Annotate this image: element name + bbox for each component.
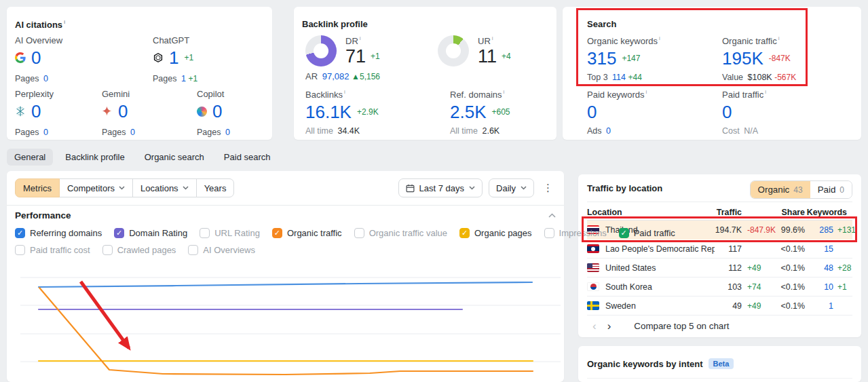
chatgpt-icon bbox=[153, 52, 164, 63]
info-icon bbox=[765, 89, 766, 95]
chatgpt-metric: ChatGPT 1+1 Pages 1 +1 bbox=[153, 35, 197, 83]
location-row-laos[interactable]: Lao People's Democratic Rep 117 <0.1% 15 bbox=[587, 240, 852, 259]
copilot-icon bbox=[197, 107, 207, 117]
sweden-flag-icon bbox=[587, 301, 599, 310]
ref-domains-metric: Ref. domains 2.5K+605 All time 2.6K bbox=[450, 89, 510, 136]
locations-filter-button[interactable]: Locations bbox=[132, 178, 197, 197]
metric-checkbox-domain-rating[interactable]: Domain Rating bbox=[114, 228, 187, 238]
traffic-by-location-title: Traffic by location bbox=[587, 183, 662, 193]
pages-link[interactable]: 0 bbox=[225, 128, 230, 137]
ads-link[interactable]: 0 bbox=[606, 126, 611, 136]
table-header-row: Location Traffic Share Keywords bbox=[587, 204, 852, 221]
keywords-link[interactable]: 48 bbox=[824, 263, 833, 273]
date-range-button[interactable]: Last 7 days bbox=[398, 178, 483, 197]
chevron-down-icon bbox=[183, 186, 189, 190]
paid-keywords-metric: Paid keywords 0 Ads 0 bbox=[587, 89, 647, 136]
red-arrow-annotation bbox=[81, 282, 129, 348]
checkbox-icon bbox=[459, 228, 470, 238]
info-icon bbox=[360, 35, 361, 41]
location-table: Location Traffic Share Keywords Thailand… bbox=[587, 204, 852, 316]
tab-paid-search[interactable]: Paid search bbox=[216, 149, 278, 166]
traffic-by-location-panel: Traffic by location Organic43 Paid0 Loca… bbox=[578, 174, 861, 337]
years-filter-button[interactable]: Years bbox=[196, 178, 235, 197]
metric-checkbox-url-rating[interactable]: URL Rating bbox=[200, 228, 260, 238]
checkbox-icon bbox=[619, 228, 629, 238]
keywords-link[interactable]: 1 bbox=[829, 301, 833, 311]
location-row-sweden[interactable]: Sweden 49 +49 <0.1% 1 bbox=[587, 297, 852, 316]
ar-link[interactable]: 97,082 bbox=[322, 71, 350, 81]
metric-checkbox-ai-overviews[interactable]: AI Overviews bbox=[188, 245, 255, 255]
prev-page-button[interactable]: ‹ bbox=[587, 319, 602, 333]
info-icon bbox=[504, 89, 505, 95]
keywords-link[interactable]: 15 bbox=[824, 244, 833, 254]
metric-checkbox-paid-traffic[interactable]: Paid traffic bbox=[619, 228, 675, 238]
paid-toggle-button[interactable]: Paid0 bbox=[810, 181, 852, 198]
performance-title: Performance bbox=[15, 210, 71, 221]
backlink-profile-panel: Backlink profile DR 71+1 AR 97,082 ▲5,15… bbox=[294, 7, 556, 140]
chevron-down-icon bbox=[469, 186, 475, 190]
organic-keywords-link[interactable]: 315 bbox=[587, 48, 616, 69]
dr-donut bbox=[305, 35, 337, 66]
metric-toggles-row-2: Paid traffic cost Crawled pages AI Overv… bbox=[15, 245, 255, 255]
table-footer: ‹ › Compare top 5 on chart bbox=[587, 316, 852, 336]
keywords-link[interactable]: 285 bbox=[819, 225, 833, 235]
more-options-button[interactable]: ⋮ bbox=[540, 182, 556, 194]
section-tabbar: General Backlink profile Organic search … bbox=[7, 149, 278, 166]
info-icon bbox=[344, 89, 345, 95]
keywords-link[interactable]: 10 bbox=[824, 282, 833, 292]
metric-checkbox-paid-traffic-cost[interactable]: Paid traffic cost bbox=[15, 245, 90, 255]
backlinks-link[interactable]: 16.1K bbox=[305, 102, 352, 122]
domain-rating-metric: DR 71+1 bbox=[345, 35, 380, 66]
calendar-icon bbox=[406, 184, 415, 193]
ur-donut bbox=[438, 35, 469, 66]
tab-backlink-profile[interactable]: Backlink profile bbox=[58, 149, 132, 166]
pages-link[interactable]: 0 bbox=[43, 74, 48, 83]
laos-flag-icon bbox=[587, 244, 599, 253]
organic-toggle-button[interactable]: Organic43 bbox=[751, 181, 810, 198]
beta-badge: Beta bbox=[709, 358, 734, 369]
metric-checkbox-crawled-pages[interactable]: Crawled pages bbox=[102, 245, 176, 255]
ref-domains-link[interactable]: 2.5K bbox=[450, 102, 487, 122]
metric-checkbox-organic-pages[interactable]: Organic pages bbox=[459, 228, 532, 238]
paid-traffic-metric: Paid traffic 0 Cost N/A bbox=[722, 89, 766, 136]
metrics-filter-button[interactable]: Metrics bbox=[15, 178, 60, 197]
intent-divider bbox=[587, 378, 852, 379]
google-icon bbox=[15, 52, 26, 63]
metric-toggles-row-1: Referring domains Domain Rating URL Rati… bbox=[15, 228, 675, 238]
info-icon bbox=[646, 89, 647, 95]
performance-panel: Metrics Competitors Locations Years Last… bbox=[7, 171, 564, 382]
next-page-button[interactable]: › bbox=[602, 319, 617, 333]
header-divider bbox=[587, 202, 852, 202]
south-korea-flag-icon bbox=[587, 282, 599, 291]
metric-checkbox-organic-traffic-value[interactable]: Organic traffic value bbox=[354, 228, 447, 238]
compare-top5-button[interactable]: Compare top 5 on chart bbox=[634, 321, 729, 331]
search-title: Search bbox=[587, 19, 616, 29]
perplexity-icon bbox=[15, 106, 26, 117]
chart-filter-group: Metrics Competitors Locations Years bbox=[15, 178, 234, 197]
metric-checkbox-referring-domains[interactable]: Referring domains bbox=[15, 228, 102, 238]
pages-link[interactable]: 1 bbox=[181, 74, 186, 83]
organic-traffic-link[interactable]: 195K bbox=[722, 48, 763, 69]
tab-general[interactable]: General bbox=[7, 149, 53, 166]
granularity-button[interactable]: Daily bbox=[489, 178, 534, 197]
collapse-section-button[interactable] bbox=[548, 213, 556, 218]
performance-chart[interactable] bbox=[7, 171, 564, 382]
metric-checkbox-impressions[interactable]: Impressions bbox=[544, 228, 607, 238]
top3-link[interactable]: 114 bbox=[612, 73, 626, 82]
pages-link[interactable]: 0 bbox=[43, 128, 48, 137]
metric-checkbox-organic-traffic[interactable]: Organic traffic bbox=[272, 228, 342, 238]
info-icon bbox=[778, 35, 780, 41]
location-row-south-korea[interactable]: South Korea 103 +74 <0.1% 10 +1 bbox=[587, 278, 852, 297]
checkbox-icon bbox=[114, 228, 124, 238]
organic-traffic-metric: Organic traffic 195K-847K Value $108K -5… bbox=[722, 35, 796, 82]
info-icon bbox=[64, 19, 65, 25]
pages-link[interactable]: 0 bbox=[130, 128, 135, 137]
checkbox-icon bbox=[272, 228, 282, 238]
checkbox-icon bbox=[200, 228, 210, 238]
usa-flag-icon bbox=[587, 263, 599, 272]
competitors-filter-button[interactable]: Competitors bbox=[59, 178, 133, 197]
tab-organic-search[interactable]: Organic search bbox=[137, 149, 212, 166]
location-row-united-states[interactable]: United States 112 +49 <0.1% 48 +28 bbox=[587, 259, 852, 278]
ahrefs-rank-metric: AR 97,082 ▲5,156 bbox=[305, 71, 380, 81]
organic-paid-toggle: Organic43 Paid0 bbox=[750, 180, 852, 199]
